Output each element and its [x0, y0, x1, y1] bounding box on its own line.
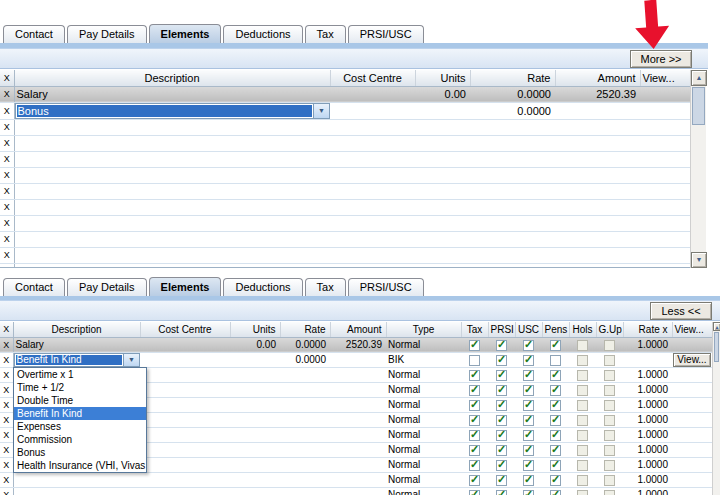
prsi-checkbox[interactable]	[496, 475, 507, 486]
row-delete-button[interactable]: X	[0, 427, 13, 442]
dropdown-option[interactable]: Time + 1/2	[14, 381, 146, 394]
row-delete-button[interactable]: X	[0, 167, 14, 183]
salary-row[interactable]: X Salary 0.00 0.0000 2520.39 Normal 1.00…	[0, 337, 712, 352]
usc-checkbox[interactable]	[523, 415, 534, 426]
gup-checkbox[interactable]	[604, 460, 615, 471]
prsi-checkbox[interactable]	[496, 445, 507, 456]
gup-checkbox[interactable]	[604, 475, 615, 486]
row-delete-button[interactable]: X	[0, 86, 14, 102]
dropdown-option[interactable]: Benefit In Kind	[14, 407, 146, 420]
hols-checkbox[interactable]	[577, 400, 588, 411]
usc-checkbox[interactable]	[523, 340, 534, 351]
usc-checkbox[interactable]	[523, 385, 534, 396]
pens-checkbox[interactable]	[550, 340, 561, 351]
usc-checkbox[interactable]	[523, 490, 534, 495]
row-delete-button[interactable]: X	[0, 119, 14, 135]
less-button[interactable]: Less <<	[650, 302, 712, 320]
prsi-checkbox[interactable]	[496, 340, 507, 351]
usc-checkbox[interactable]	[523, 400, 534, 411]
scroll-down-icon[interactable]: ▼	[691, 252, 707, 268]
row-delete-button[interactable]: X	[0, 337, 13, 352]
prsi-checkbox[interactable]	[496, 490, 507, 495]
pens-checkbox[interactable]	[550, 400, 561, 411]
row-delete-button[interactable]: X	[0, 472, 13, 487]
row-delete-button[interactable]: X	[0, 247, 14, 263]
usc-checkbox[interactable]	[523, 445, 534, 456]
tab-contact[interactable]: Contact	[3, 25, 65, 43]
tab-deductions[interactable]: Deductions	[223, 278, 302, 296]
pens-checkbox[interactable]	[550, 385, 561, 396]
scroll-up-icon[interactable]: ▲	[691, 70, 707, 86]
dropdown-option[interactable]: Bonus	[14, 446, 146, 459]
vertical-scrollbar[interactable]: ▲ ▼	[690, 70, 706, 268]
row-delete-button[interactable]: X	[0, 487, 13, 495]
tax-checkbox[interactable]	[469, 355, 480, 366]
tax-checkbox[interactable]	[469, 385, 480, 396]
prsi-checkbox[interactable]	[496, 370, 507, 381]
row-delete-button[interactable]: X	[0, 263, 14, 268]
prsi-checkbox[interactable]	[496, 430, 507, 441]
tax-checkbox[interactable]	[469, 370, 480, 381]
tax-checkbox[interactable]	[469, 430, 480, 441]
tax-checkbox[interactable]	[469, 445, 480, 456]
prsi-checkbox[interactable]	[496, 355, 507, 366]
tab-elements[interactable]: Elements	[149, 24, 222, 43]
view-button[interactable]: View...	[673, 353, 710, 367]
tab-pay-details[interactable]: Pay Details	[67, 278, 147, 296]
tax-checkbox[interactable]	[469, 400, 480, 411]
usc-checkbox[interactable]	[523, 475, 534, 486]
gup-checkbox[interactable]	[604, 445, 615, 456]
gup-checkbox[interactable]	[604, 340, 615, 351]
dropdown-option[interactable]: Commission	[14, 433, 146, 446]
pens-checkbox[interactable]	[550, 460, 561, 471]
tab-contact[interactable]: Contact	[3, 278, 65, 296]
dropdown-option[interactable]: Overtime x 1	[14, 368, 146, 381]
tax-checkbox[interactable]	[469, 490, 480, 495]
more-button[interactable]: More >>	[630, 50, 692, 68]
hols-checkbox[interactable]	[577, 355, 588, 366]
tab-elements[interactable]: Elements	[149, 277, 222, 296]
hols-checkbox[interactable]	[577, 370, 588, 381]
scrollbar-thumb[interactable]	[714, 332, 719, 362]
row-delete-button[interactable]: X	[0, 397, 13, 412]
prsi-checkbox[interactable]	[496, 415, 507, 426]
gup-checkbox[interactable]	[604, 490, 615, 495]
dropdown-option[interactable]: Health Insurance (VHI, Vivas	[14, 459, 146, 472]
tab-prsi-usc[interactable]: PRSI/USC	[348, 25, 424, 43]
combobox-dropdown-icon[interactable]: ▼	[313, 104, 329, 118]
row-delete-button[interactable]: X	[0, 457, 13, 472]
usc-checkbox[interactable]	[523, 355, 534, 366]
gup-checkbox[interactable]	[604, 430, 615, 441]
gup-checkbox[interactable]	[604, 370, 615, 381]
row-delete-button[interactable]: X	[0, 231, 14, 247]
pens-checkbox[interactable]	[550, 490, 561, 495]
hols-checkbox[interactable]	[577, 340, 588, 351]
row-delete-button[interactable]: X	[0, 215, 14, 231]
hols-checkbox[interactable]	[577, 445, 588, 456]
usc-checkbox[interactable]	[523, 460, 534, 471]
pens-checkbox[interactable]	[550, 370, 561, 381]
prsi-checkbox[interactable]	[496, 385, 507, 396]
bonus-row[interactable]: X Bonus ▼ 0.0000	[0, 102, 690, 119]
pens-checkbox[interactable]	[550, 430, 561, 441]
hols-checkbox[interactable]	[577, 490, 588, 495]
tax-checkbox[interactable]	[469, 340, 480, 351]
dropdown-option[interactable]: Double Time	[14, 394, 146, 407]
pens-checkbox[interactable]	[550, 475, 561, 486]
hols-checkbox[interactable]	[577, 385, 588, 396]
tax-checkbox[interactable]	[469, 475, 480, 486]
tab-deductions[interactable]: Deductions	[223, 25, 302, 43]
scroll-up-icon[interactable]: ▲	[713, 322, 720, 331]
usc-checkbox[interactable]	[523, 430, 534, 441]
gup-checkbox[interactable]	[604, 385, 615, 396]
scrollbar-thumb[interactable]	[692, 87, 705, 125]
dropdown-option[interactable]: Expenses	[14, 420, 146, 433]
salary-row[interactable]: X Salary 0.00 0.0000 2520.39	[0, 86, 690, 102]
row-delete-button[interactable]: X	[0, 135, 14, 151]
tax-checkbox[interactable]	[469, 415, 480, 426]
row-delete-button[interactable]: X	[0, 102, 14, 119]
hols-checkbox[interactable]	[577, 475, 588, 486]
row-delete-button[interactable]: X	[0, 151, 14, 167]
tab-tax[interactable]: Tax	[305, 278, 346, 296]
row-delete-button[interactable]: X	[0, 352, 13, 367]
